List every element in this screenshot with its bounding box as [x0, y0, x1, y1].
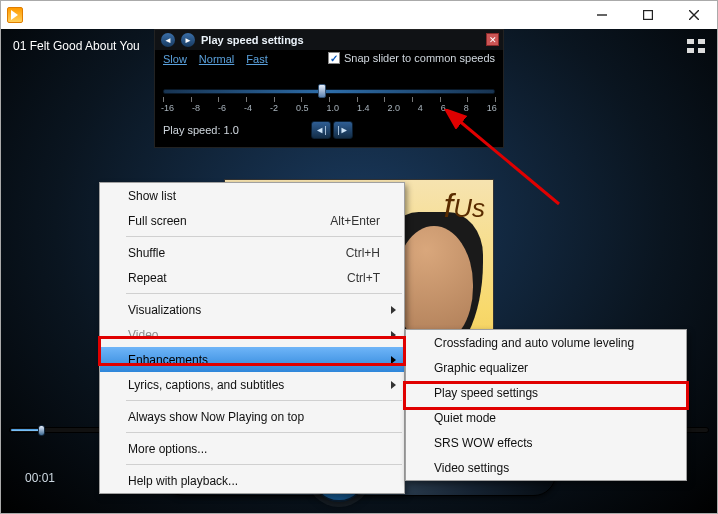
speed-normal-link[interactable]: Normal [199, 53, 234, 65]
menu-item[interactable]: RepeatCtrl+T [100, 265, 404, 290]
play-speed-panel: ◄ ► Play speed settings ✕ Slow Normal Fa… [154, 29, 504, 148]
close-button[interactable] [671, 1, 717, 29]
enhancements-submenu: Crossfading and auto volume levelingGrap… [405, 329, 687, 481]
speed-step-fwd-button[interactable]: |► [333, 121, 353, 139]
speed-slider-thumb[interactable] [318, 84, 326, 98]
maximize-button[interactable] [625, 1, 671, 29]
switch-to-library-button[interactable] [687, 39, 705, 53]
speed-readout-label: Play speed: [163, 124, 220, 136]
menu-item[interactable]: ShuffleCtrl+H [100, 240, 404, 265]
menu-item[interactable]: Show list [100, 183, 404, 208]
panel-close-button[interactable]: ✕ [486, 33, 499, 46]
track-title: 01 Felt Good About You [13, 39, 140, 53]
menu-item[interactable]: Enhancements [100, 347, 404, 372]
speed-fast-link[interactable]: Fast [246, 53, 267, 65]
speed-tick-labels: -16-8-6-4-20.51.01.42.046816 [161, 103, 497, 113]
menu-item[interactable]: More options... [100, 436, 404, 461]
panel-title: Play speed settings [201, 34, 304, 46]
panel-next-button[interactable]: ► [181, 33, 195, 47]
menu-item[interactable]: Video [100, 322, 404, 347]
submenu-item[interactable]: Quiet mode [406, 405, 686, 430]
menu-item[interactable]: Visualizations [100, 297, 404, 322]
minimize-button[interactable] [579, 1, 625, 29]
speed-readout-value: 1.0 [224, 124, 239, 136]
submenu-item[interactable]: Graphic equalizer [406, 355, 686, 380]
submenu-item[interactable]: Video settings [406, 455, 686, 480]
app-window: 01 Felt Good About You fUs ◄ ► Play spee… [0, 0, 718, 514]
snap-checkbox[interactable]: ✓ [328, 52, 340, 64]
player-area: 01 Felt Good About You fUs ◄ ► Play spee… [1, 29, 717, 513]
submenu-item[interactable]: Crossfading and auto volume leveling [406, 330, 686, 355]
context-menu: Show listFull screenAlt+EnterShuffleCtrl… [99, 182, 405, 494]
snap-label: Snap slider to common speeds [344, 52, 495, 64]
menu-item[interactable]: Always show Now Playing on top [100, 404, 404, 429]
svg-rect-0 [644, 11, 653, 20]
menu-item[interactable]: Full screenAlt+Enter [100, 208, 404, 233]
titlebar [1, 1, 717, 29]
submenu-item[interactable]: Play speed settings [406, 380, 686, 405]
app-icon [7, 7, 23, 23]
panel-prev-button[interactable]: ◄ [161, 33, 175, 47]
speed-slider[interactable] [163, 83, 495, 101]
seek-thumb[interactable] [38, 425, 45, 436]
menu-item[interactable]: Help with playback... [100, 468, 404, 493]
speed-step-back-button[interactable]: ◄| [311, 121, 331, 139]
speed-slow-link[interactable]: Slow [163, 53, 187, 65]
menu-item[interactable]: Lyrics, captions, and subtitles [100, 372, 404, 397]
submenu-item[interactable]: SRS WOW effects [406, 430, 686, 455]
